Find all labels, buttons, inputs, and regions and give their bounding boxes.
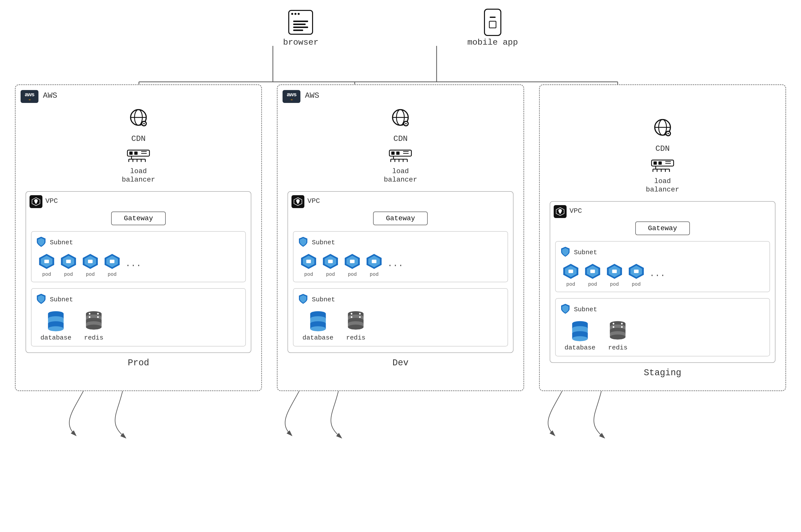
prod-lb-area: loadbalancer (25, 148, 251, 184)
svg-point-62 (97, 313, 99, 315)
staging-cdn-area: CDN (550, 115, 776, 153)
staging-env: aws ➜ CDN (539, 84, 786, 391)
dev-env: aws ➜ AWS CDN (277, 84, 524, 391)
staging-subnet2-header: Subnet (560, 303, 765, 316)
dev-cdn-icon (387, 105, 414, 132)
dev-pod-row: pod pod pod pod (298, 253, 503, 277)
dev-lb-label: loadbalancer (384, 167, 417, 184)
staging-gateway-wrapper: Gateway (555, 207, 770, 235)
prod-aws-badge: aws ➜ (21, 90, 38, 103)
dev-aws-label: AWS (305, 91, 319, 100)
prod-pod4-label: pod (108, 271, 117, 277)
staging-gateway-label: Gateway (648, 225, 677, 232)
dev-subnet1-label: Subnet (312, 239, 335, 246)
prod-db-row: database (36, 310, 241, 342)
svg-rect-91 (350, 260, 355, 263)
prod-lb-label: loadbalancer (122, 167, 155, 184)
svg-point-20 (144, 123, 145, 124)
prod-subnet2-shield (36, 293, 47, 306)
staging-vpc-label: VPC (570, 207, 582, 215)
dev-pod4-label: pod (369, 271, 379, 277)
prod-gateway-label: Gateway (124, 214, 153, 222)
svg-rect-135 (568, 270, 573, 273)
svg-rect-44 (110, 260, 115, 263)
staging-subnet2: Subnet (555, 298, 770, 356)
staging-pod-2: pod (584, 263, 601, 287)
prod-pod1-label: pod (42, 271, 51, 277)
staging-subnet1-shield (560, 246, 571, 259)
staging-env-name: Staging (550, 368, 776, 378)
staging-pod-1: pod (562, 263, 579, 287)
prod-pod2-label: pod (64, 271, 73, 277)
svg-rect-88 (328, 260, 333, 263)
svg-rect-123 (659, 162, 662, 165)
svg-point-64 (97, 316, 99, 318)
svg-point-51 (48, 326, 64, 331)
dev-aws-arrow: ➜ (287, 98, 297, 102)
prod-aws-arrow: ➜ (25, 98, 35, 102)
svg-point-60 (86, 325, 101, 330)
dev-cdn-label: CDN (394, 134, 408, 144)
dev-subnet2-shield (298, 293, 309, 306)
prod-aws-label: AWS (43, 91, 57, 100)
svg-rect-35 (44, 260, 49, 263)
mobile-client: mobile app (468, 10, 518, 47)
prod-pod-row: pod pod pod pod (36, 253, 241, 277)
dev-redis-label: redis (346, 334, 365, 342)
prod-env: aws ➜ AWS CDN (15, 84, 262, 391)
svg-point-160 (610, 335, 626, 340)
staging-subnet2-shield (560, 303, 571, 316)
svg-rect-138 (590, 270, 595, 273)
dev-lb-icon (388, 148, 413, 166)
svg-rect-22 (129, 152, 132, 155)
prod-cdn-label: CDN (131, 134, 146, 144)
dev-gateway-label: Gateway (386, 214, 415, 222)
staging-pod3-label: pod (610, 282, 619, 287)
prod-pod-3: pod (82, 253, 99, 277)
staging-lb-label: loadbalancer (646, 177, 679, 194)
prod-pod-4: pod (103, 253, 121, 277)
dev-cdn-area: CDN (287, 105, 513, 144)
prod-db-label: database (40, 334, 72, 342)
dev-lb-area: loadbalancer (287, 148, 513, 184)
prod-gateway-wrapper: Gateway (31, 197, 246, 225)
staging-vpc-badge (554, 205, 567, 218)
dev-aws-logo: aws (287, 91, 297, 98)
staging-db-row: database (560, 320, 765, 352)
dev-vpc-badge (291, 195, 304, 208)
dev-subnet1: Subnet pod pod pod (293, 231, 508, 282)
staging-pod-row: pod pod pod pod (560, 263, 765, 287)
prod-subnet1: Subnet pod pod pod (31, 231, 246, 282)
prod-subnet2-header: Subnet (36, 293, 241, 306)
browser-icon (288, 10, 313, 35)
dev-gateway-box: Gateway (373, 212, 428, 225)
dev-pod3-label: pod (348, 271, 357, 277)
dev-pod-1: pod (300, 253, 317, 277)
dev-pod-4: pod (365, 253, 383, 277)
prod-pod3-label: pod (86, 271, 95, 277)
client-area: browser mobile app (0, 10, 801, 47)
svg-rect-85 (306, 260, 311, 263)
dev-pod-2: pod (322, 253, 339, 277)
prod-redis-label: redis (84, 334, 103, 342)
staging-subnet1: Subnet pod pod pod (555, 241, 770, 292)
staging-gateway-box: Gateway (635, 222, 690, 235)
svg-point-164 (621, 326, 623, 328)
prod-redis: redis (84, 310, 104, 342)
prod-vpc-box: VPC Gateway (25, 191, 251, 353)
svg-rect-144 (634, 270, 638, 273)
staging-redis-label: redis (608, 344, 627, 352)
staging-pod1-label: pod (566, 282, 575, 287)
environments-row: aws ➜ AWS CDN (15, 84, 786, 391)
svg-rect-73 (396, 152, 400, 155)
prod-gateway-box: Gateway (111, 212, 166, 225)
staging-cdn-icon (649, 115, 676, 142)
svg-rect-72 (392, 152, 395, 155)
prod-subnet1-label: Subnet (50, 239, 73, 246)
prod-cdn-area: CDN (25, 105, 251, 144)
svg-point-113 (351, 316, 352, 318)
prod-dots: ... (125, 259, 141, 271)
staging-subnet1-header: Subnet (560, 246, 765, 259)
dev-database: database (302, 310, 333, 342)
dev-pod1-label: pod (304, 271, 313, 277)
